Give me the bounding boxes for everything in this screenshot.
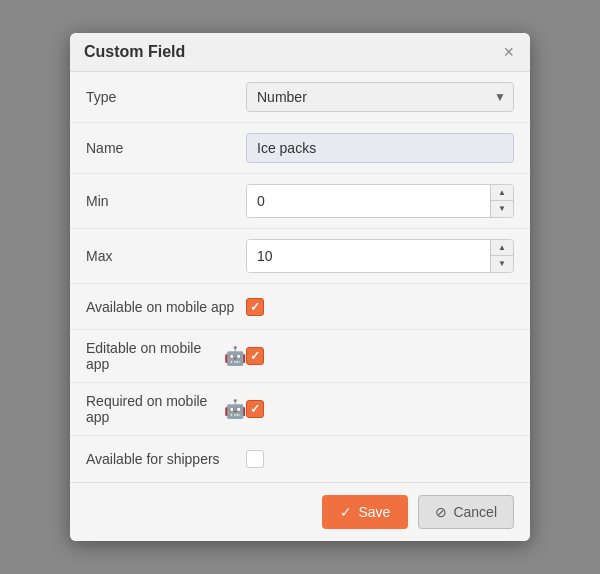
max-spinner-buttons: ▲ ▼ [490, 240, 513, 272]
dialog-body: Type Number Text Date Boolean ▼ Name [70, 72, 530, 482]
min-input[interactable] [247, 185, 490, 217]
min-control: ▲ ▼ [246, 184, 514, 218]
android-icon-editable: 🤖 [224, 345, 246, 367]
required-mobile-label: Required on mobile app 🤖 [86, 393, 246, 425]
max-spinner: ▲ ▼ [246, 239, 514, 273]
type-select-wrapper: Number Text Date Boolean ▼ [246, 82, 514, 112]
available-mobile-checkbox[interactable] [246, 298, 264, 316]
min-decrement-button[interactable]: ▼ [491, 201, 513, 217]
type-select[interactable]: Number Text Date Boolean [246, 82, 514, 112]
required-mobile-checkbox[interactable] [246, 400, 264, 418]
name-row: Name [70, 123, 530, 174]
editable-mobile-row: Editable on mobile app 🤖 [70, 330, 530, 383]
custom-field-dialog: Custom Field × Type Number Text Date Boo… [70, 33, 530, 541]
max-row: Max ▲ ▼ [70, 229, 530, 284]
max-label: Max [86, 248, 246, 264]
min-increment-button[interactable]: ▲ [491, 185, 513, 201]
min-label: Min [86, 193, 246, 209]
type-control: Number Text Date Boolean ▼ [246, 82, 514, 112]
available-shippers-label: Available for shippers [86, 451, 246, 467]
required-mobile-control [246, 400, 514, 418]
available-mobile-row: Available on mobile app [70, 284, 530, 330]
cancel-button[interactable]: ⊘ Cancel [418, 495, 514, 529]
name-control [246, 133, 514, 163]
android-icon-required: 🤖 [224, 398, 246, 420]
type-row: Type Number Text Date Boolean ▼ [70, 72, 530, 123]
save-label: Save [358, 504, 390, 520]
dialog-title: Custom Field [84, 43, 185, 61]
type-label: Type [86, 89, 246, 105]
cancel-icon: ⊘ [435, 504, 447, 520]
editable-mobile-checkbox[interactable] [246, 347, 264, 365]
cancel-label: Cancel [453, 504, 497, 520]
max-decrement-button[interactable]: ▼ [491, 256, 513, 272]
max-control: ▲ ▼ [246, 239, 514, 273]
available-shippers-checkbox[interactable] [246, 450, 264, 468]
max-input[interactable] [247, 240, 490, 272]
available-shippers-control [246, 450, 514, 468]
min-spinner-buttons: ▲ ▼ [490, 185, 513, 217]
editable-mobile-label: Editable on mobile app 🤖 [86, 340, 246, 372]
dialog-footer: ✓ Save ⊘ Cancel [70, 482, 530, 541]
min-row: Min ▲ ▼ [70, 174, 530, 229]
available-shippers-row: Available for shippers [70, 436, 530, 482]
min-spinner: ▲ ▼ [246, 184, 514, 218]
save-icon: ✓ [340, 504, 352, 520]
required-mobile-row: Required on mobile app 🤖 [70, 383, 530, 436]
available-mobile-label: Available on mobile app [86, 299, 246, 315]
save-button[interactable]: ✓ Save [322, 495, 408, 529]
dialog-header: Custom Field × [70, 33, 530, 72]
name-input[interactable] [246, 133, 514, 163]
max-increment-button[interactable]: ▲ [491, 240, 513, 256]
editable-mobile-control [246, 347, 514, 365]
name-label: Name [86, 140, 246, 156]
close-button[interactable]: × [501, 43, 516, 61]
available-mobile-control [246, 298, 514, 316]
